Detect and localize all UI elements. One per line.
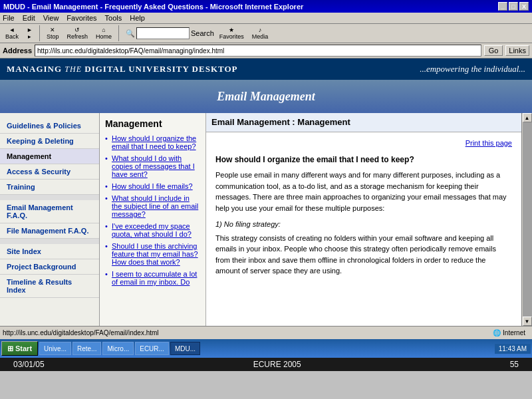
addressbar: Address Go Links xyxy=(0,43,532,59)
sidebar-item-file-faq[interactable]: File Management F.A.Q. xyxy=(0,223,99,239)
windows-icon: ⊞ xyxy=(7,344,13,353)
content-body-intro: People use email in many different ways … xyxy=(215,170,512,213)
nav-link-copies[interactable]: What should I do with copies of messages… xyxy=(105,154,200,178)
content-scrollbar[interactable]: ▲ ▼ xyxy=(521,113,532,326)
nav-link-file[interactable]: How should I file emails? xyxy=(105,182,200,190)
taskbar-items: Unive... Rete... Micro... ECUR... MDU... xyxy=(39,342,493,355)
scroll-down-button[interactable]: ▼ xyxy=(523,317,532,326)
go-button[interactable]: Go xyxy=(484,45,503,56)
search-input[interactable] xyxy=(136,27,190,39)
taskbar: ⊞ Start Unive... Rete... Micro... ECUR..… xyxy=(0,339,532,358)
sidebar-item-timeline[interactable]: Timeline & Results Index xyxy=(0,275,99,298)
stop-icon: ✕ xyxy=(50,27,55,33)
sidebar-item-training[interactable]: Training xyxy=(0,180,99,195)
forward-label: ▸ xyxy=(28,33,31,40)
statusbar-url: http://ils.unc.edu/digitaldesktop/FAQ/em… xyxy=(3,329,489,336)
main-content-area: Guidelines & Policies Keeping & Deleting… xyxy=(0,113,532,326)
banner-title: MANAGING the DIGITAL UNIVERSITY DESKTOP xyxy=(7,64,238,74)
taskbar-item-4[interactable]: MDU... xyxy=(170,342,200,355)
print-link[interactable]: Print this page xyxy=(215,138,512,149)
home-label: Home xyxy=(96,33,112,40)
sidebar-item-management[interactable]: Management xyxy=(0,149,99,164)
back-label: Back xyxy=(5,33,19,40)
menubar: File Edit View Favorites Tools Help xyxy=(0,13,532,24)
nav-link-quota[interactable]: I've exceeded my space quota, what shoul… xyxy=(105,222,200,238)
nav-link-organize[interactable]: How should I organize the email that I n… xyxy=(105,134,200,150)
refresh-label: Refresh xyxy=(66,33,88,40)
banner-right: ...empowering the individual... xyxy=(420,64,525,74)
sidebar-divider-2 xyxy=(0,239,99,244)
back-icon: ◄ xyxy=(9,27,15,33)
sidebar-item-keeping[interactable]: Keeping & Deleting xyxy=(0,134,99,149)
internet-icon: 🌐 xyxy=(493,329,501,336)
search-icon: 🔍 xyxy=(126,29,135,38)
menu-edit[interactable]: Edit xyxy=(23,14,35,22)
maximize-button[interactable]: □ xyxy=(509,2,518,11)
links-button[interactable]: Links xyxy=(505,45,529,56)
banner-left: MANAGING the DIGITAL UNIVERSITY DESKTOP xyxy=(7,64,238,74)
menu-file[interactable]: File xyxy=(3,14,15,22)
sidebar: Guidelines & Policies Keeping & Deleting… xyxy=(0,113,100,326)
statusbar-zone-label: Internet xyxy=(503,329,525,336)
nav-link-accumulate[interactable]: I seem to accumulate a lot of email in m… xyxy=(105,270,200,286)
sidebar-item-access-security[interactable]: Access & Security xyxy=(0,164,99,180)
start-button[interactable]: ⊞ Start xyxy=(1,341,38,356)
email-management-title: Email Management xyxy=(217,90,315,104)
sidebar-item-guidelines[interactable]: Guidelines & Policies xyxy=(0,118,99,134)
menu-tools[interactable]: Tools xyxy=(105,14,122,22)
stop-label: Stop xyxy=(47,33,59,40)
menu-view[interactable]: View xyxy=(43,14,59,22)
email-management-header: Email Management xyxy=(0,80,532,113)
scroll-up-button[interactable]: ▲ xyxy=(523,113,532,122)
favorites-icon: ★ xyxy=(229,27,234,33)
window-controls[interactable]: _ □ X xyxy=(498,2,529,11)
toolbar: ◄ Back ► ▸ ✕ Stop ↺ Refresh ⌂ Home 🔍 Sea… xyxy=(0,24,532,43)
nav-panel: Management How should I organize the ema… xyxy=(100,113,206,326)
content-section-title: Email Management : Management xyxy=(206,113,521,132)
favorites-label: Favorites xyxy=(219,33,244,40)
address-label: Address xyxy=(3,47,32,55)
bottom-bar: 03/01/05 ECURE 2005 55 xyxy=(0,358,532,371)
media-icon: ♪ xyxy=(259,27,262,33)
close-button[interactable]: X xyxy=(519,2,529,11)
sidebar-item-email-faq[interactable]: Email Management F.A.Q. xyxy=(0,200,99,223)
nav-link-subject[interactable]: What should I include in the subject lin… xyxy=(105,194,200,218)
taskbar-clock: 11:43 AM xyxy=(495,344,531,354)
refresh-icon: ↺ xyxy=(74,27,80,33)
nav-link-archiving[interactable]: Should I use this archiving feature that… xyxy=(105,242,200,266)
taskbar-item-1[interactable]: Rete... xyxy=(72,342,101,355)
media-button[interactable]: ♪ Media xyxy=(249,25,271,41)
sidebar-item-project-background[interactable]: Project Background xyxy=(0,259,99,275)
search-box: 🔍 Search xyxy=(126,27,214,39)
statusbar: http://ils.unc.edu/digitaldesktop/FAQ/em… xyxy=(0,326,532,339)
window-titlebar: MDUD - Email Management - Frequently Ask… xyxy=(0,0,532,13)
minimize-button[interactable]: _ xyxy=(498,2,507,11)
refresh-button[interactable]: ↺ Refresh xyxy=(64,25,90,41)
content-strategy-heading: 1) No filing strategy: xyxy=(215,219,512,230)
content-question: How should I organize the email that I n… xyxy=(215,154,512,166)
taskbar-item-3[interactable]: ECUR... xyxy=(135,342,169,355)
presentation-page: 55 xyxy=(510,360,519,369)
home-icon: ⌂ xyxy=(102,27,105,33)
taskbar-item-2[interactable]: Micro... xyxy=(102,342,134,355)
address-input[interactable] xyxy=(35,45,481,57)
start-label: Start xyxy=(15,344,32,352)
nav-panel-title: Management xyxy=(105,118,200,129)
taskbar-item-0[interactable]: Unive... xyxy=(39,342,71,355)
toolbar-separator-2 xyxy=(118,25,119,41)
menu-help[interactable]: Help xyxy=(130,14,145,22)
presentation-event: ECURE 2005 xyxy=(253,360,301,369)
forward-button[interactable]: ► ▸ xyxy=(24,25,35,41)
search-label: Search xyxy=(191,29,214,37)
scroll-track[interactable] xyxy=(523,122,532,317)
menu-favorites[interactable]: Favorites xyxy=(66,14,96,22)
stop-button[interactable]: ✕ Stop xyxy=(44,25,62,41)
sidebar-divider-1 xyxy=(0,195,99,200)
toolbar-separator-1 xyxy=(39,25,40,41)
sidebar-item-site-index[interactable]: Site Index xyxy=(0,244,99,259)
back-button[interactable]: ◄ Back xyxy=(3,25,21,41)
presentation-date: 03/01/05 xyxy=(13,360,45,369)
media-label: Media xyxy=(252,33,269,40)
favorites-button[interactable]: ★ Favorites xyxy=(217,25,247,41)
home-button[interactable]: ⌂ Home xyxy=(93,25,114,41)
